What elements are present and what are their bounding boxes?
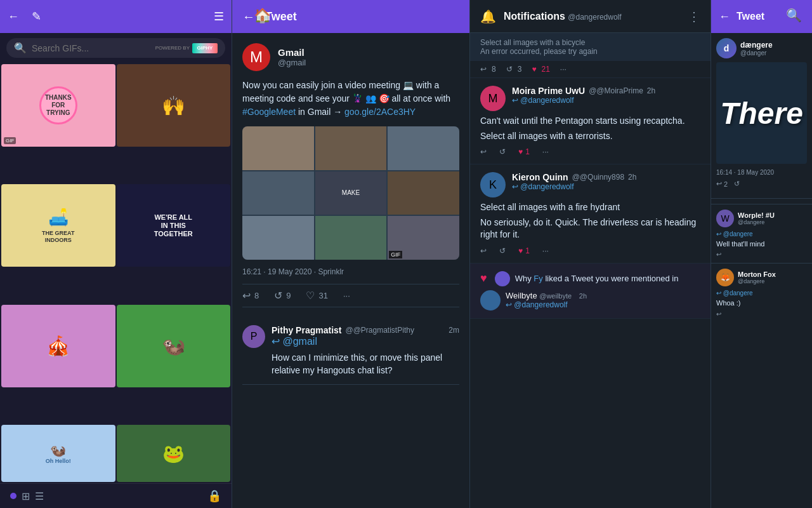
retweet-action[interactable]: ↺ 9: [274, 290, 291, 302]
reply-author-name: Pithy Pragmatist: [272, 325, 341, 335]
like-action[interactable]: ♡ 31: [306, 290, 327, 302]
gif-footer: ⊞ ☰ 🔒: [0, 483, 232, 508]
global-search-icon[interactable]: 🔍: [786, 8, 802, 23]
right-author-handle-1: @danger: [740, 50, 773, 57]
notif-avatar: K: [480, 172, 506, 197]
gif-item[interactable]: 🦦: [117, 305, 231, 387]
back-arrow-icon[interactable]: ←: [242, 10, 255, 24]
tweet-actions: ↩ 8 ↺ 9 ♡ 31 ···: [242, 284, 459, 307]
reply-text: How can I minimize this, or move this pa…: [272, 352, 459, 377]
notif-like-btn[interactable]: ♥ 21: [532, 65, 549, 74]
notification-item: K Kieron Quinn @@Quinny898 2h ↩ @dangere…: [470, 164, 710, 264]
reply-tweet: P Pithy Pragmatist @@PragmatistPithy 2m …: [242, 318, 459, 385]
notif-user-info: Kieron Quinn @@Quinny898 2h ↩ @dangeredw…: [512, 172, 700, 195]
right-tweet-content: d dængere @danger There 16:14 · 18 May 2…: [711, 33, 812, 508]
gif-item[interactable]: 🙌: [117, 64, 231, 147]
reply-icon: ↩: [242, 290, 251, 302]
tweet-url[interactable]: goo.gle/2ACe3HY: [344, 107, 416, 117]
notif-userhandle: @@MoiraPrime: [589, 86, 643, 95]
right-reply-count: 2: [724, 180, 728, 188]
notif-time: 2h: [628, 173, 636, 182]
more-action[interactable]: ···: [542, 147, 549, 156]
notifications-content: ↩ 8 ↺ 3 ♥ 21 ··· M Moira Prime UwU @@Moi…: [470, 61, 710, 508]
gif-search-bar: 🔍 POWERED BY GIPHY: [6, 38, 225, 58]
like-action[interactable]: ♥ 1: [518, 147, 530, 156]
back-button[interactable]: ←: [8, 10, 19, 23]
gif-item[interactable]: 🎪: [1, 305, 115, 387]
tweet-author: M Gmail @gmail: [242, 43, 459, 71]
gif-item[interactable]: THANKSFORTRYING GIF: [1, 64, 115, 147]
right-reply-btn-3[interactable]: ↩: [716, 311, 807, 318]
like-action[interactable]: ♥ 1: [518, 246, 530, 255]
gif-item[interactable]: 🛋️ THE GREATINDOORS: [1, 184, 115, 267]
more-action[interactable]: ···: [343, 291, 350, 300]
tweet-author-info: Gmail @gmail: [278, 47, 306, 67]
menu-button[interactable]: ☰: [214, 10, 224, 23]
retweet-action[interactable]: ↺: [499, 147, 506, 156]
right-retweet-icon: ↺: [734, 180, 740, 187]
liked-sub-avatar: [480, 290, 501, 311]
gif-item[interactable]: 🐸: [117, 425, 231, 482]
right-reply-btn-2[interactable]: ↩: [716, 251, 807, 258]
reply-mention: ↩ @gmail: [272, 335, 459, 347]
notif-reply-btn[interactable]: ↩ 8: [480, 65, 496, 74]
tweet-image-grid: MAKE GIF: [242, 126, 459, 260]
reply-action[interactable]: ↩: [480, 147, 487, 156]
liked-sub-time: 2h: [579, 292, 587, 300]
home-icon[interactable]: 🏠: [254, 8, 271, 24]
view-toggle: ⊞ ☰: [10, 490, 44, 502]
gif-item[interactable]: WE'RE ALLin thisTOGETHER: [117, 184, 231, 267]
notifications-header: 🔔 Notifications @dangeredwolf ⋮: [470, 0, 710, 33]
right-reply-action[interactable]: ↩ 2: [716, 180, 728, 188]
right-avatar-3: 🦊: [716, 269, 734, 286]
notifications-title: Notifications: [504, 11, 565, 22]
gif-search-panel: ← ✎ ☰ 🔍 POWERED BY GIPHY THANKSFORTRYING…: [0, 0, 232, 508]
heart-liked-icon: ♥: [480, 272, 487, 285]
liked-sub-mention: ↩ @dangeredwolf: [506, 300, 587, 309]
search-icon: 🔍: [14, 42, 27, 54]
reply-action[interactable]: ↩: [480, 246, 487, 255]
notif-more-btn[interactable]: ···: [560, 65, 566, 74]
grid-view-icon[interactable]: ⊞: [22, 490, 30, 502]
right-tweet-text-2: ↩ @dangere Well that'll mind: [716, 230, 807, 248]
lock-icon: 🔒: [207, 489, 221, 503]
reply-action[interactable]: ↩ 8: [242, 290, 259, 302]
right-divider: [711, 198, 812, 199]
right-back-arrow-icon[interactable]: ←: [719, 10, 730, 23]
tweet-author-handle: @gmail: [278, 58, 306, 67]
error-line-1: Select all images with a bicycle: [480, 38, 700, 47]
notif-text-1: Can't wait until the Pentagon starts usi…: [480, 115, 700, 128]
notif-text-2: Select all images with a terrorists.: [480, 130, 700, 143]
edit-button[interactable]: ✎: [32, 10, 41, 23]
right-retweet-action[interactable]: ↺: [734, 180, 740, 188]
notif-text-1: Select all images with a fire hydrant: [480, 201, 700, 214]
right-tweet-card-1: d dængere @danger There 16:14 · 18 May 2…: [711, 33, 812, 193]
notif-retweet-btn[interactable]: ↺ 3: [506, 65, 522, 74]
reply-time: 2m: [449, 326, 459, 335]
gif-item[interactable]: 🦦 Oh Hello!: [1, 425, 115, 482]
retweet-count: 9: [286, 291, 291, 300]
reply-count: 8: [254, 291, 259, 300]
reply-avatar: P: [242, 325, 265, 348]
right-tweet-text-3: ↩ @dangere Whoa :): [716, 289, 807, 307]
notif-item-actions: ↩ ↺ ♥ 1 ···: [480, 147, 700, 156]
notifications-handle: @dangeredwolf: [568, 13, 621, 22]
tweet-text: Now you can easily join a video meeting …: [242, 79, 459, 119]
notif-avatar: M: [480, 86, 506, 111]
notifications-more-icon[interactable]: ⋮: [688, 9, 700, 24]
more-action[interactable]: ···: [542, 246, 549, 255]
tweet-hashtag[interactable]: #GoogleMeet: [242, 107, 296, 117]
tweet-panel: ← Tweet M Gmail @gmail Now you can easil…: [232, 0, 470, 508]
retweet-action[interactable]: ↺: [499, 246, 506, 255]
right-reply-icon: ↩: [716, 180, 722, 188]
notif-item-actions: ↩ ↺ ♥ 1 ···: [480, 246, 700, 255]
giphy-logo: GIPHY: [192, 43, 218, 53]
list-view-icon[interactable]: ☰: [35, 490, 44, 502]
notif-mention: ↩ @dangeredwolf: [512, 96, 700, 105]
there-text: There: [720, 96, 803, 131]
right-tweet-meta: 16:14 · 18 May 2020: [716, 169, 807, 176]
right-mention-2: ↩ @dangere: [716, 230, 807, 238]
search-input[interactable]: [32, 43, 150, 53]
more-dots-icon: ···: [343, 291, 350, 300]
tweet-meta: 16:21 · 19 May 2020 · Sprinklr: [242, 267, 459, 276]
